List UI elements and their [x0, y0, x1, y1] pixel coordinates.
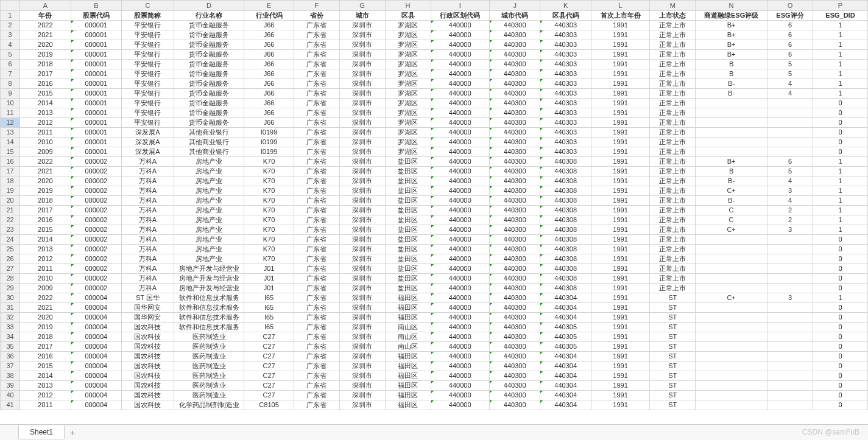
data-cell[interactable]: 房地产业: [174, 235, 244, 245]
data-cell[interactable]: 440000: [431, 274, 489, 284]
data-cell[interactable]: 货币金融服务: [174, 40, 244, 50]
data-cell[interactable]: 440000: [431, 147, 489, 157]
data-cell[interactable]: 440308: [540, 264, 591, 274]
data-cell[interactable]: 2015: [20, 361, 71, 371]
data-cell[interactable]: 2013: [20, 381, 71, 391]
data-cell[interactable]: 房地产业: [174, 206, 244, 215]
data-cell[interactable]: 2013: [20, 245, 71, 254]
row-header[interactable]: 3: [1, 30, 20, 40]
row-header[interactable]: 20: [1, 196, 20, 206]
data-cell[interactable]: B+: [696, 40, 767, 50]
header-cell[interactable]: 商道融绿ESG评级: [696, 11, 767, 21]
data-cell[interactable]: 000002: [71, 176, 122, 186]
data-cell[interactable]: 1991: [591, 40, 649, 50]
data-cell[interactable]: 正常上市: [650, 176, 696, 186]
data-cell[interactable]: 1991: [591, 128, 649, 138]
data-cell[interactable]: 盐田区: [385, 167, 431, 176]
data-cell[interactable]: 1991: [591, 147, 649, 157]
data-cell[interactable]: 0: [813, 361, 867, 371]
data-cell[interactable]: 440000: [431, 332, 489, 342]
header-cell[interactable]: 城市代码: [489, 11, 540, 21]
data-cell[interactable]: J66: [244, 21, 294, 30]
data-cell[interactable]: B+: [696, 21, 767, 30]
data-cell[interactable]: 罗湖区: [385, 138, 431, 147]
data-cell[interactable]: 000002: [71, 274, 122, 284]
data-cell[interactable]: 深圳市: [339, 361, 385, 371]
data-cell[interactable]: 正常上市: [650, 118, 696, 128]
data-cell[interactable]: 0: [813, 128, 867, 138]
data-cell[interactable]: 货币金融服务: [174, 118, 244, 128]
data-cell[interactable]: 440304: [540, 381, 591, 391]
data-cell[interactable]: 广东省: [294, 186, 339, 196]
data-cell[interactable]: 2012: [20, 391, 71, 400]
data-cell[interactable]: 440000: [431, 381, 489, 391]
data-cell[interactable]: 440304: [540, 313, 591, 323]
data-cell[interactable]: 1991: [591, 30, 649, 40]
data-cell[interactable]: 440308: [540, 167, 591, 176]
header-cell[interactable]: 股票简称: [122, 11, 174, 21]
data-cell[interactable]: [696, 313, 767, 323]
row-header[interactable]: 14: [1, 138, 20, 147]
data-cell[interactable]: 440304: [540, 400, 591, 410]
data-cell[interactable]: B+: [696, 50, 767, 60]
data-cell[interactable]: 广东省: [294, 60, 339, 69]
data-cell[interactable]: 440000: [431, 400, 489, 410]
data-cell[interactable]: 440304: [540, 371, 591, 381]
data-cell[interactable]: 深圳市: [339, 60, 385, 69]
data-cell[interactable]: 000001: [71, 30, 122, 40]
data-cell[interactable]: 2021: [20, 303, 71, 313]
data-cell[interactable]: 正常上市: [650, 99, 696, 108]
data-cell[interactable]: [767, 361, 813, 371]
data-cell[interactable]: 福田区: [385, 361, 431, 371]
data-cell[interactable]: 440305: [540, 332, 591, 342]
data-cell[interactable]: 2017: [20, 206, 71, 215]
data-cell[interactable]: 1991: [591, 264, 649, 274]
column-header[interactable]: P: [813, 1, 867, 11]
data-cell[interactable]: 440000: [431, 225, 489, 235]
data-cell[interactable]: 正常上市: [650, 60, 696, 69]
data-cell[interactable]: 440303: [540, 138, 591, 147]
data-cell[interactable]: 广东省: [294, 196, 339, 206]
data-cell[interactable]: 0: [813, 147, 867, 157]
row-header[interactable]: 17: [1, 167, 20, 176]
data-cell[interactable]: 福田区: [385, 352, 431, 361]
data-cell[interactable]: 医药制造业: [174, 332, 244, 342]
data-cell[interactable]: 440308: [540, 245, 591, 254]
data-cell[interactable]: 南山区: [385, 332, 431, 342]
data-cell[interactable]: [767, 381, 813, 391]
data-cell[interactable]: ST: [650, 381, 696, 391]
data-cell[interactable]: 货币金融服务: [174, 60, 244, 69]
data-cell[interactable]: 广东省: [294, 342, 339, 352]
data-cell[interactable]: 医药制造业: [174, 381, 244, 391]
data-cell[interactable]: 440300: [489, 323, 540, 332]
data-cell[interactable]: 440300: [489, 69, 540, 79]
data-cell[interactable]: 0: [813, 381, 867, 391]
data-cell[interactable]: 广东省: [294, 89, 339, 99]
data-cell[interactable]: C27: [244, 391, 294, 400]
data-cell[interactable]: 1991: [591, 215, 649, 225]
row-header[interactable]: 36: [1, 352, 20, 361]
data-cell[interactable]: J01: [244, 264, 294, 274]
data-cell[interactable]: ST: [650, 361, 696, 371]
data-cell[interactable]: 正常上市: [650, 79, 696, 89]
row-header[interactable]: 38: [1, 371, 20, 381]
data-cell[interactable]: 万科A: [122, 274, 174, 284]
data-cell[interactable]: 正常上市: [650, 196, 696, 206]
data-cell[interactable]: [696, 274, 767, 284]
data-cell[interactable]: 440000: [431, 89, 489, 99]
data-cell[interactable]: 440303: [540, 60, 591, 69]
data-cell[interactable]: 440303: [540, 118, 591, 128]
data-cell[interactable]: 440000: [431, 99, 489, 108]
data-cell[interactable]: K70: [244, 206, 294, 215]
data-cell[interactable]: ST 国华: [122, 293, 174, 303]
data-cell[interactable]: C: [696, 206, 767, 215]
data-cell[interactable]: K70: [244, 176, 294, 186]
data-cell[interactable]: 软件和信息技术服务: [174, 293, 244, 303]
data-cell[interactable]: 440300: [489, 303, 540, 313]
data-cell[interactable]: B: [696, 69, 767, 79]
header-cell[interactable]: 行业代码: [244, 11, 294, 21]
header-cell[interactable]: 上市状态: [650, 11, 696, 21]
data-cell[interactable]: 440303: [540, 89, 591, 99]
data-cell[interactable]: [696, 235, 767, 245]
data-cell[interactable]: 440300: [489, 167, 540, 176]
